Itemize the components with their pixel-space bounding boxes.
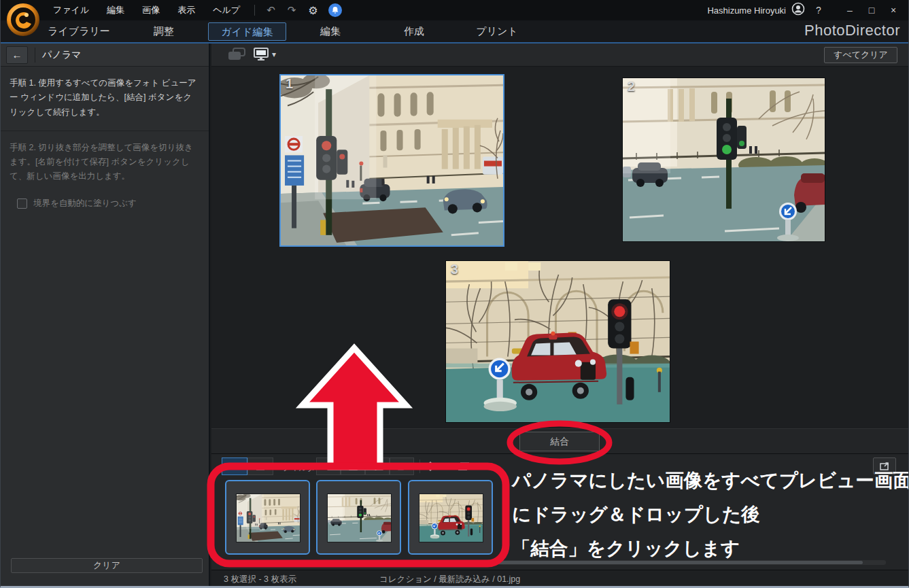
panel-title: パノラマ — [42, 49, 81, 61]
auto-fill-borders-row: 境界を自動的に塗りつぶす — [17, 198, 209, 209]
panorama-photo-2[interactable]: 2 — [622, 77, 825, 242]
panorama-photo-3[interactable]: 3 — [445, 260, 670, 423]
tab-library[interactable]: ライブラリー — [41, 22, 116, 41]
status-bar: 3 枚選択 - 3 枚表示 コレクション / 最新読み込み / 01.jpg — [211, 570, 909, 588]
tab-edit[interactable]: 編集 — [293, 22, 368, 41]
header-separator — [35, 48, 35, 63]
stack-photos-icon[interactable] — [453, 457, 474, 475]
panorama-photo-1[interactable]: 1 — [279, 74, 504, 247]
brand-logo-text: PhotoDirector — [804, 22, 900, 39]
module-tab-bar: ライブラリー 調整 ガイド編集 編集 作成 プリント PhotoDirector — [1, 20, 908, 42]
titlebar-right: Hashizume Hiroyuki ? – □ × — [707, 0, 902, 20]
notification-bell-icon[interactable] — [328, 3, 342, 17]
filmstrip-separator — [419, 460, 420, 473]
merge-button[interactable]: 結合 — [519, 432, 600, 451]
menu-view[interactable]: 表示 — [170, 0, 203, 20]
auto-fill-borders-checkbox[interactable] — [17, 198, 27, 209]
menu-bar: ファイル 編集 画像 表示 ヘルプ ↶ ↷ ⚙ — [46, 0, 342, 20]
tab-create[interactable]: 作成 — [377, 22, 451, 41]
filter-label-button[interactable] — [390, 457, 414, 475]
rotate-photo-icon[interactable] — [228, 48, 245, 64]
filter-label: フィルタ: — [282, 462, 318, 474]
clear-all-button[interactable]: すべてクリア — [824, 47, 897, 63]
flag-on-icon: ⚑ — [321, 462, 328, 471]
step1-instructions: 手順 1. 使用するすべての画像をフォト ビューアー ウィンドウに追加したら、[… — [1, 67, 209, 131]
tab-print[interactable]: プリント — [460, 22, 534, 41]
step2-instructions: 手順 2. 切り抜き部分を調整して画像を切り抜きます。[名前を付けて保存] ボタ… — [1, 131, 209, 195]
minimize-button[interactable]: – — [842, 5, 858, 16]
viewer-toolbar: ▾ すべてクリア — [211, 44, 909, 67]
title-bar: ファイル 編集 画像 表示 ヘルプ ↶ ↷ ⚙ Hashizume Hiroyu… — [1, 0, 908, 20]
user-name: Hashizume Hiroyuki — [707, 5, 786, 16]
photo-viewer: 1 2 3 — [211, 67, 909, 428]
filmstrip-thumbnail-2[interactable] — [316, 480, 401, 555]
instruction-overlay-text: パノラマにしたい画像をすべてプレビュー画面 にドラッグ＆ドロップした後 「結合」… — [512, 464, 909, 566]
photodirector-window: ファイル 編集 画像 表示 ヘルプ ↶ ↷ ⚙ Hashizume Hiroyu… — [0, 0, 909, 588]
auto-fill-borders-label: 境界を自動的に塗りつぶす — [33, 198, 137, 209]
grid-view-toggle[interactable] — [222, 457, 247, 475]
maximize-button[interactable]: □ — [863, 5, 880, 16]
list-view-toggle[interactable] — [247, 457, 273, 475]
menu-separator — [254, 5, 255, 16]
sort-order-button[interactable]: ▾ — [426, 457, 449, 475]
redo-icon[interactable]: ↷ — [283, 4, 301, 16]
menu-help[interactable]: ヘルプ — [205, 0, 247, 20]
instruction-line-3: 「結合」をクリックします — [512, 532, 909, 566]
back-button[interactable]: ← — [6, 46, 28, 64]
clear-button[interactable]: クリア — [11, 558, 203, 573]
photo-3-number: 3 — [451, 262, 458, 277]
instruction-line-2: にドラッグ＆ドロップした後 — [512, 498, 909, 532]
selection-count: 3 枚選択 - 3 枚表示 — [224, 574, 296, 585]
photodirector-logo — [7, 3, 39, 36]
photo-2-number: 2 — [628, 79, 635, 94]
panorama-sidebar: ← パノラマ 手順 1. 使用するすべての画像をフォト ビューアー ウィンドウに… — [1, 44, 210, 587]
sidebar-header: ← パノラマ — [1, 44, 209, 67]
help-button[interactable]: ? — [810, 5, 827, 16]
filter-flagged-button[interactable]: ⚑⚐ — [316, 457, 341, 475]
instruction-line-1: パノラマにしたい画像をすべてプレビュー画面 — [512, 464, 909, 498]
undo-icon[interactable]: ↶ — [262, 4, 280, 16]
flag-off-icon: ⚐ — [328, 462, 336, 471]
settings-gear-icon[interactable]: ⚙ — [303, 4, 322, 17]
monitor-dropdown-caret[interactable]: ▾ — [272, 50, 276, 59]
filmstrip-thumbnail-1[interactable] — [225, 480, 310, 555]
tab-guided-edit[interactable]: ガイド編集 — [208, 22, 286, 41]
account-icon[interactable] — [791, 2, 805, 18]
filter-brush-button[interactable] — [365, 457, 390, 475]
collection-path: コレクション / 最新読み込み / 01.jpg — [379, 574, 520, 585]
filter-rectangle-button[interactable] — [341, 457, 365, 475]
menu-edit[interactable]: 編集 — [99, 0, 132, 20]
monitor-view-icon[interactable] — [254, 48, 270, 64]
close-button[interactable]: × — [885, 5, 902, 16]
merge-bar: 結合 — [211, 428, 909, 454]
menu-file[interactable]: ファイル — [46, 0, 97, 20]
filmstrip-thumbnail-3[interactable] — [408, 480, 493, 555]
sort-dropdown-caret: ▾ — [442, 462, 446, 471]
photo-1-number: 1 — [286, 76, 293, 92]
tab-adjust[interactable]: 調整 — [126, 22, 201, 41]
menu-image[interactable]: 画像 — [135, 0, 167, 20]
